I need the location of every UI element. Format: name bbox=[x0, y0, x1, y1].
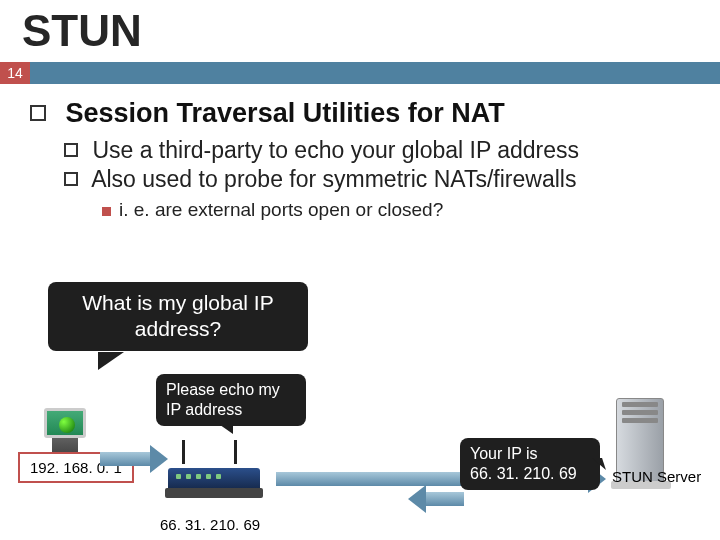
heading-text: Session Traversal Utilities for NAT bbox=[66, 98, 505, 128]
slide-title: STUN bbox=[0, 0, 720, 58]
slide-number: 14 bbox=[0, 62, 30, 84]
router-public-ip: 66. 31. 210. 69 bbox=[160, 516, 260, 533]
arrow-server-to-router bbox=[408, 490, 464, 508]
thought-bubble: What is my global IP address? bbox=[48, 282, 308, 351]
bullet-also: Also used to probe for symmetric NATs/fi… bbox=[64, 166, 690, 193]
bullet-ie: i. e. are external ports open or closed? bbox=[102, 199, 690, 221]
bullet-also-rest: used to probe for symmetric NATs/firewal… bbox=[136, 166, 577, 192]
request-bubble: Please echo my IP address bbox=[156, 374, 306, 426]
diagram: What is my global IP address? 192. 168. … bbox=[18, 290, 708, 530]
bullet-use-prefix: Use bbox=[92, 137, 133, 163]
router-icon bbox=[168, 460, 268, 512]
request-bubble-tail bbox=[213, 420, 233, 434]
bullet-use-rest: a third-party to echo your global IP add… bbox=[133, 137, 579, 163]
header-accent bbox=[30, 62, 720, 84]
content-area: Session Traversal Utilities for NAT Use … bbox=[0, 84, 720, 221]
bullet-also-prefix: Also bbox=[91, 166, 136, 192]
bullet-use: Use a third-party to echo your global IP… bbox=[64, 137, 690, 164]
response-line2: 66. 31. 210. 69 bbox=[470, 465, 577, 482]
arrow-client-to-router bbox=[100, 450, 168, 468]
thought-bubble-tail bbox=[98, 352, 124, 370]
response-line1: Your IP is bbox=[470, 445, 538, 462]
heading-level1: Session Traversal Utilities for NAT bbox=[30, 98, 690, 129]
header-bar: 14 bbox=[0, 62, 720, 84]
stun-server-label: STUN Server bbox=[612, 468, 701, 485]
response-bubble: Your IP is 66. 31. 210. 69 bbox=[460, 438, 600, 490]
